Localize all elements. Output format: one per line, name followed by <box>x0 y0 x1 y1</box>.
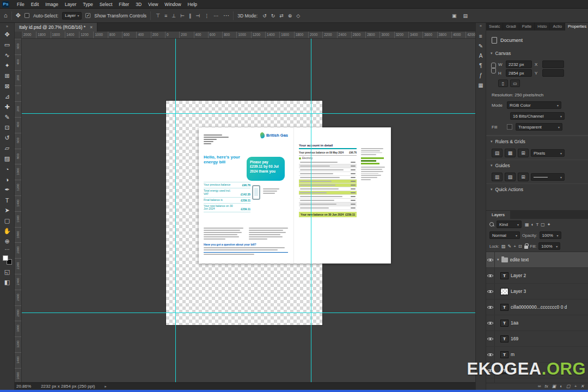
lock-artboard-icon[interactable]: ⊡ <box>518 244 522 249</box>
x-field[interactable] <box>542 60 564 68</box>
toggle-grid-button[interactable]: ▦ <box>505 149 516 157</box>
y-field[interactable] <box>542 69 564 77</box>
filter-type-layers-icon[interactable]: T <box>536 222 538 227</box>
tab-patte[interactable]: Patte <box>519 23 535 30</box>
clone-stamp-tool[interactable]: ⊡ <box>1 122 14 133</box>
workspace-switcher-icon[interactable]: ▤ <box>462 13 469 19</box>
layer-row[interactable]: Tcilla0000000...ccccccc0 0 d <box>486 299 588 315</box>
lock-transparency-icon[interactable]: ▨ <box>501 244 506 249</box>
landscape-orientation-button[interactable]: ▭ <box>510 79 520 87</box>
lasso-tool[interactable]: ∿ <box>1 50 14 60</box>
new-layer-icon[interactable]: + <box>574 384 577 389</box>
layer-row[interactable]: Layer 3 <box>486 284 588 299</box>
tab-histo[interactable]: Histo <box>535 23 550 30</box>
group-expand-icon[interactable]: ▾ <box>497 258 499 262</box>
menu-help[interactable]: Help <box>185 2 200 7</box>
layer-visibility-toggle[interactable] <box>486 252 495 267</box>
menu-filter[interactable]: Filter <box>115 2 132 7</box>
filter-smart-objects-icon[interactable]: ✦ <box>547 222 551 227</box>
status-options-icon[interactable]: ▸ <box>105 384 107 389</box>
align-left-edges-icon[interactable]: ⊢ <box>179 13 186 19</box>
healing-brush-tool[interactable]: ✚ <box>1 102 14 112</box>
guide-horizontal-bottom[interactable] <box>22 313 475 313</box>
menu-3d[interactable]: 3D <box>132 2 145 7</box>
foreground-color-swatch[interactable] <box>3 255 8 261</box>
eyedropper-tool[interactable]: ⊿ <box>1 91 14 102</box>
blend-mode-dropdown[interactable]: Normal ▾ <box>489 231 520 239</box>
delete-layer-icon[interactable]: ✕ <box>580 384 584 389</box>
brushes-panel-icon[interactable]: ✎ <box>476 41 486 51</box>
color-swatches[interactable] <box>3 255 12 265</box>
hand-tool[interactable]: ✋ <box>1 226 14 236</box>
layer-mask-icon[interactable]: ▣ <box>552 384 556 389</box>
frame-tool[interactable]: ⊠ <box>1 81 14 91</box>
units-dropdown[interactable]: Pixels ▾ <box>531 149 565 157</box>
3d-scale-icon[interactable]: ◇ <box>295 13 301 19</box>
layer-group-icon[interactable]: ▢ <box>566 384 571 389</box>
auto-select-target-dropdown[interactable]: Layer ▾ <box>62 12 82 20</box>
layer-visibility-toggle[interactable] <box>486 315 495 330</box>
menu-select[interactable]: Select <box>96 2 116 7</box>
quick-actions-section-header[interactable]: ▾ Quick Actions <box>486 183 588 194</box>
quick-mask-icon[interactable]: ◱ <box>1 267 14 277</box>
shape-tool[interactable]: ▢ <box>1 216 14 226</box>
guide-horizontal-top[interactable] <box>22 113 475 114</box>
guide-vertical-right[interactable] <box>311 39 311 382</box>
canvas-area[interactable]: British Gas Hello, here's your energy bi… <box>22 39 475 382</box>
clear-guides-button[interactable]: ⊞ <box>518 173 529 181</box>
layer-visibility-toggle[interactable] <box>486 268 495 283</box>
layer-visibility-toggle[interactable] <box>486 331 495 346</box>
filter-kind-dropdown[interactable]: Kind ▾ <box>497 220 522 228</box>
history-brush-tool[interactable]: ↺ <box>1 133 14 143</box>
show-transform-checkbox[interactable]: ✓ <box>85 13 90 18</box>
libraries-panel-icon[interactable]: ▦ <box>476 80 486 90</box>
vertical-ruler[interactable]: 6004002000200400600800100012001400160018… <box>15 39 22 382</box>
distribute-horizontal-icon[interactable]: ⋯ <box>212 13 219 19</box>
align-horizontal-centers-icon[interactable]: ∥ <box>188 13 193 19</box>
guide-vertical-left[interactable] <box>175 39 176 382</box>
filter-adjustment-layers-icon[interactable]: ◐ <box>531 222 534 227</box>
guide-style-dropdown[interactable]: ▾ <box>531 173 565 181</box>
tab-gradi[interactable]: Gradi <box>503 23 519 30</box>
ruler-origin-corner[interactable] <box>15 32 22 38</box>
bit-depth-dropdown[interactable]: 16 Bits/Channel ▾ <box>510 112 565 120</box>
guides-section-header[interactable]: ▾ Guides <box>486 160 588 170</box>
layer-row[interactable]: TLayer 2 <box>486 268 588 284</box>
toggle-guides-button[interactable]: ▥ <box>492 173 503 181</box>
3d-slide-icon[interactable]: ⊕ <box>287 13 293 19</box>
layer-row[interactable]: T169 <box>486 331 588 347</box>
tab-layers[interactable]: Layers <box>486 211 510 219</box>
link-dimensions-icon[interactable] <box>491 63 495 73</box>
align-top-edges-icon[interactable]: ⊤ <box>155 13 161 19</box>
tab-actio[interactable]: Actio <box>550 23 565 30</box>
arrange-documents-icon[interactable]: ▣ <box>451 13 458 19</box>
filter-shape-layers-icon[interactable]: ▢ <box>541 222 545 227</box>
menu-window[interactable]: Window <box>161 2 184 7</box>
width-field[interactable]: 2232 px <box>506 60 532 68</box>
bill-artwork[interactable]: British Gas Hello, here's your energy bi… <box>199 127 391 264</box>
crop-tool[interactable]: ⊞ <box>1 71 14 81</box>
height-field[interactable]: 2854 px <box>506 69 532 77</box>
move-tool[interactable]: ✥ <box>1 29 14 40</box>
glyphs-panel-icon[interactable]: ƒ <box>476 70 486 80</box>
menu-layer[interactable]: Layer <box>62 2 79 7</box>
distribute-vertical-icon[interactable]: ⋮ <box>203 13 210 19</box>
zoom-level[interactable]: 20.86% <box>16 384 31 389</box>
3d-drag-icon[interactable]: ⇄ <box>278 13 285 19</box>
rulers-grids-section-header[interactable]: ▾ Rulers & Grids <box>486 136 588 146</box>
marquee-tool[interactable]: ▭ <box>1 40 14 50</box>
zoom-tool[interactable]: ⊕ <box>1 236 14 247</box>
align-bottom-edges-icon[interactable]: ⊥ <box>170 13 177 19</box>
path-selection-tool[interactable]: ➤ <box>1 205 14 216</box>
toggle-snap-button[interactable]: ⊞ <box>518 149 529 157</box>
move-tool-icon[interactable]: ✥ <box>16 13 21 19</box>
adjustments-panel-icon[interactable]: ≡ <box>476 31 486 41</box>
filter-pixel-layers-icon[interactable]: ▦ <box>525 222 529 227</box>
menu-type[interactable]: Type <box>79 2 96 7</box>
blur-tool[interactable]: ◔ <box>1 164 14 174</box>
quick-selection-tool[interactable]: ✦ <box>1 60 14 71</box>
brush-tool[interactable]: ✎ <box>1 112 14 122</box>
align-right-edges-icon[interactable]: ⊣ <box>194 13 201 19</box>
collapse-tools-icon[interactable]: » <box>6 23 8 29</box>
layer-row[interactable]: T01.01.1990 <box>486 378 588 383</box>
